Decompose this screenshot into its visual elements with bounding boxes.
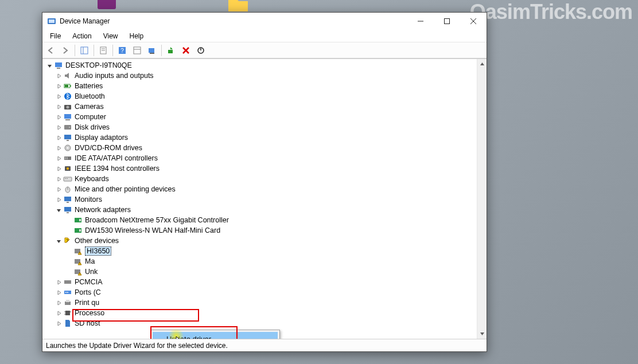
svg-rect-32: [65, 119, 70, 120]
tree-node[interactable]: Disk drives: [44, 122, 477, 132]
svg-rect-69: [66, 300, 69, 302]
tree-node-label: Keyboards: [75, 175, 109, 183]
menu-action[interactable]: Action: [67, 30, 96, 42]
twisty-closed-icon[interactable]: [54, 72, 63, 80]
help-button[interactable]: ?: [115, 44, 129, 57]
menu-file[interactable]: File: [45, 30, 66, 42]
scroll-up-button[interactable]: [477, 59, 487, 69]
tree-node[interactable]: !Ma: [44, 256, 477, 267]
tree-node[interactable]: Monitors: [44, 194, 477, 205]
device-tree[interactable]: DESKTOP-I9TN0QEAudio inputs and outputsB…: [42, 59, 477, 339]
svg-rect-24: [57, 68, 60, 69]
tree-node-label: Other devices: [75, 237, 119, 245]
svg-rect-54: [79, 219, 81, 221]
unknown-icon: ?: [63, 236, 72, 245]
context-menu: Update driverDisable deviceUninstall dev…: [150, 330, 280, 339]
tree-node[interactable]: IEEE 1394 host controllers: [44, 163, 477, 174]
context-menu-item[interactable]: Update driver: [153, 332, 278, 339]
svg-rect-3: [49, 19, 55, 23]
twisty-closed-icon[interactable]: [54, 175, 63, 183]
scroll-down-button[interactable]: [477, 329, 487, 339]
tree-node-label: PCMCIA: [75, 278, 103, 286]
twisty-closed-icon[interactable]: [54, 103, 63, 111]
twisty-closed-icon[interactable]: [54, 123, 63, 131]
maximize-button[interactable]: [434, 13, 460, 30]
tree-node[interactable]: DVD/CD-ROM drives: [44, 143, 477, 153]
twisty-closed-icon[interactable]: [54, 113, 63, 121]
tree-node[interactable]: Network adapters: [44, 205, 477, 215]
tree-node[interactable]: Print qu: [44, 298, 477, 308]
tree-node[interactable]: !Unk: [44, 267, 477, 277]
tree-node[interactable]: DESKTOP-I9TN0QE: [44, 60, 477, 71]
tree-node[interactable]: SD host: [44, 318, 477, 328]
update-driver-button[interactable]: [164, 44, 178, 57]
svg-point-30: [67, 106, 69, 109]
back-button[interactable]: [44, 44, 57, 57]
svg-rect-41: [67, 157, 68, 159]
twisty-closed-icon[interactable]: [54, 92, 63, 100]
uninstall-button[interactable]: [179, 44, 193, 57]
properties-button[interactable]: [96, 44, 110, 57]
scan-button[interactable]: [145, 44, 159, 57]
tree-node[interactable]: Display adaptors: [44, 132, 477, 143]
twisty-closed-icon[interactable]: [54, 154, 63, 162]
titlebar: Device Manager: [42, 13, 487, 30]
twisty-closed-icon[interactable]: [54, 309, 63, 317]
svg-point-66: [65, 292, 67, 293]
svg-text:?: ?: [66, 238, 69, 243]
tree-node-label: Disk drives: [75, 123, 110, 131]
tree-node-label: Unk: [85, 268, 98, 276]
tree-node[interactable]: Mice and other pointing devices: [44, 184, 477, 194]
menu-view[interactable]: View: [98, 30, 123, 42]
tree-node[interactable]: ?Other devices: [44, 236, 477, 246]
tree-node[interactable]: Processo: [44, 308, 477, 318]
tree-node[interactable]: Broadcom NetXtreme 57xx Gigabit Controll…: [44, 215, 477, 225]
tree-node[interactable]: Audio inputs and outputs: [44, 71, 477, 81]
tree-node[interactable]: Keyboards: [44, 174, 477, 184]
twisty-closed-icon[interactable]: [54, 288, 63, 296]
watermark-text: OasimTricks.com: [470, 0, 632, 24]
scrollbar-vertical[interactable]: [477, 59, 487, 339]
svg-rect-50: [67, 202, 69, 203]
tree-node[interactable]: PCMCIA: [44, 277, 477, 287]
svg-rect-70: [65, 311, 70, 315]
tree-node[interactable]: IDE ATA/ATAPI controllers: [44, 153, 477, 163]
tree-node[interactable]: Batteries: [44, 81, 477, 91]
minimize-button[interactable]: [407, 13, 434, 30]
tree-node[interactable]: Cameras: [44, 101, 477, 112]
ide-icon: [63, 154, 72, 163]
twisty-closed-icon[interactable]: [54, 82, 63, 90]
twisty-open-icon[interactable]: [54, 237, 63, 245]
twisty-open-icon[interactable]: [45, 61, 54, 69]
twisty-closed-icon[interactable]: [54, 165, 63, 173]
twisty-none: [64, 226, 73, 234]
twisty-closed-icon[interactable]: [54, 299, 63, 307]
twisty-open-icon[interactable]: [54, 206, 63, 214]
action-button[interactable]: [130, 44, 144, 57]
close-button[interactable]: [460, 13, 487, 30]
twisty-closed-icon[interactable]: [54, 278, 63, 286]
firewire-icon: [63, 164, 72, 173]
disable-button[interactable]: [194, 44, 208, 57]
twisty-closed-icon[interactable]: [54, 134, 63, 142]
tree-node[interactable]: !HI3650: [44, 246, 477, 256]
cpu-icon: [63, 308, 72, 318]
tree-node[interactable]: Computer: [44, 112, 477, 122]
twisty-closed-icon[interactable]: [54, 319, 63, 327]
tree-node[interactable]: Bluetooth: [44, 91, 477, 101]
svg-rect-0: [98, 0, 116, 9]
tree-node-label: Bluetooth: [75, 92, 105, 100]
tree-node[interactable]: DW1530 Wireless-N WLAN Half-Mini Card: [44, 225, 477, 236]
twisty-closed-icon[interactable]: [54, 144, 63, 152]
twisty-closed-icon[interactable]: [54, 195, 63, 203]
svg-rect-64: [64, 280, 71, 284]
svg-rect-36: [67, 140, 69, 141]
menu-help[interactable]: Help: [125, 30, 149, 42]
svg-rect-8: [81, 47, 88, 54]
twisty-none: [64, 216, 73, 224]
forward-button[interactable]: [59, 44, 72, 57]
tree-node[interactable]: Ports (C: [44, 287, 477, 298]
show-hide-tree-button[interactable]: [77, 44, 91, 57]
twisty-closed-icon[interactable]: [54, 185, 63, 193]
svg-point-38: [67, 147, 69, 149]
